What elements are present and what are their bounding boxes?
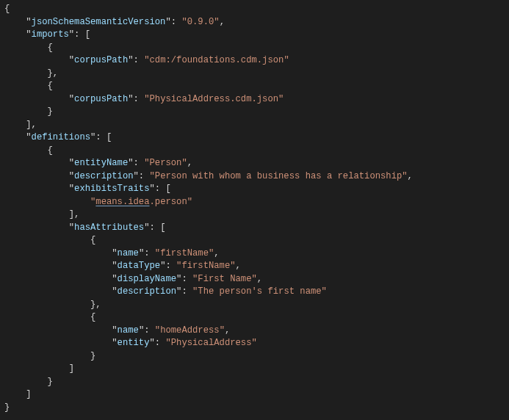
key-description: description bbox=[74, 171, 133, 181]
val-attr2-name: homeAddress bbox=[160, 325, 219, 336]
key-definitions: definitions bbox=[32, 132, 90, 142]
val-attr1-dataType: firstName bbox=[181, 261, 230, 271]
val-trait-suffix: .person bbox=[150, 197, 187, 207]
val-corpusPath-0: cdm:/foundations.cdm.json bbox=[150, 55, 284, 65]
key-attr2-entity: entity bbox=[118, 338, 150, 348]
val-description: Person with whom a business has a relati… bbox=[155, 171, 402, 181]
json-code-block: { "jsonSchemaSemanticVersion": "0.9.0", … bbox=[0, 0, 509, 414]
val-attr1-name: firstName bbox=[160, 248, 209, 258]
val-attr1-displayName: First Name bbox=[198, 274, 251, 284]
val-jsonSchemaSemanticVersion: 0.9.0 bbox=[187, 17, 214, 27]
key-imports: imports bbox=[32, 29, 69, 40]
key-exhibitsTraits: exhibitsTraits bbox=[74, 184, 149, 194]
val-entityName: Person bbox=[150, 158, 182, 168]
key-attr2-name: name bbox=[118, 325, 139, 336]
val-corpusPath-1: PhysicalAddress.cdm.json bbox=[150, 94, 279, 104]
key-hasAttributes: hasAttributes bbox=[74, 222, 144, 233]
key-attr1-displayName: displayName bbox=[118, 274, 176, 284]
key-attr1-name: name bbox=[118, 248, 139, 258]
val-trait-prefix: means.idea bbox=[95, 197, 149, 207]
val-attr2-entity: PhysicalAddress bbox=[171, 338, 252, 348]
key-corpusPath-0: corpusPath bbox=[74, 55, 128, 65]
key-attr1-description: description bbox=[118, 286, 176, 297]
key-jsonSchemaSemanticVersion: jsonSchemaSemanticVersion bbox=[32, 17, 166, 27]
val-attr1-description: The person's first name bbox=[198, 286, 321, 297]
key-attr1-dataType: dataType bbox=[118, 261, 161, 271]
key-entityName: entityName bbox=[74, 158, 128, 168]
key-corpusPath-1: corpusPath bbox=[74, 94, 128, 104]
